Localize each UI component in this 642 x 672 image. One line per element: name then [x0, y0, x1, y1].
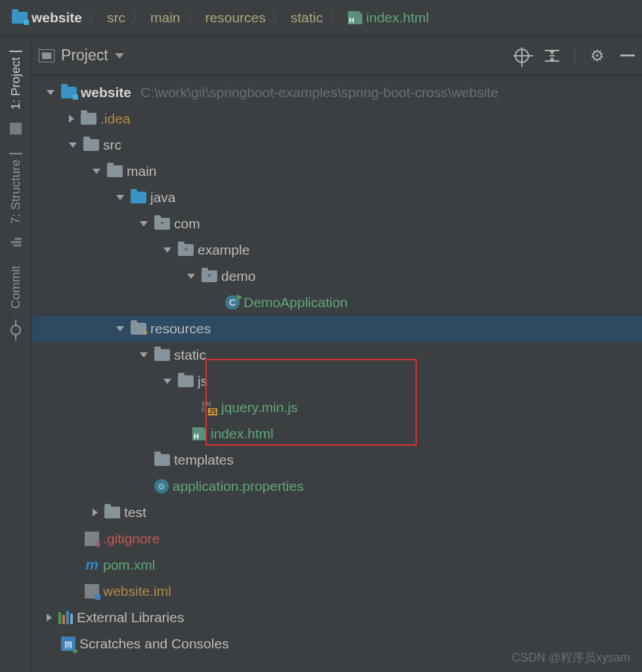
gitignore-file-icon	[85, 532, 99, 546]
breadcrumb-separator-icon: 〉	[184, 8, 202, 28]
expand-arrow-icon[interactable]	[163, 379, 171, 384]
tree-node-iml[interactable]: website.iml	[32, 578, 642, 604]
tool-window-sidebar: 1: Project 7: Structure Commit	[0, 36, 32, 672]
tree-node-jquery[interactable]: jquery.min.js	[32, 394, 642, 421]
collapse-all-icon[interactable]	[544, 48, 560, 64]
tree-node-resources[interactable]: resources	[32, 316, 642, 342]
breadcrumb-separator-icon: 〉	[270, 8, 287, 28]
package-icon	[154, 218, 170, 230]
breadcrumb-item[interactable]: website	[12, 10, 82, 26]
expand-arrow-icon[interactable]	[47, 614, 52, 621]
folder-icon	[81, 113, 96, 125]
folder-icon	[107, 165, 123, 177]
expand-arrow-icon[interactable]	[93, 509, 98, 516]
project-view-icon	[39, 49, 54, 62]
package-icon	[202, 270, 217, 282]
source-folder-icon	[131, 192, 146, 203]
folder-icon	[154, 454, 170, 466]
tree-node-app-props[interactable]: application.properties	[32, 473, 642, 499]
expand-arrow-icon[interactable]	[116, 326, 124, 331]
expand-arrow-icon[interactable]	[69, 115, 74, 123]
gear-icon[interactable]: ⚙	[589, 48, 605, 64]
tree-node-test[interactable]: test	[32, 499, 642, 526]
tree-node-static[interactable]: static	[32, 342, 642, 368]
maven-file-icon: m	[85, 558, 99, 572]
expand-arrow-icon[interactable]	[187, 274, 195, 279]
tree-node-idea[interactable]: .idea	[32, 106, 642, 132]
tree-node-demo-application[interactable]: C DemoApplication	[32, 289, 642, 316]
breadcrumb-item[interactable]: index.html	[348, 10, 429, 26]
watermark: CSDN @程序员xysam	[512, 650, 630, 665]
iml-file-icon	[85, 584, 99, 598]
breadcrumb-item[interactable]: src	[107, 10, 125, 26]
html-file-icon	[348, 11, 362, 24]
package-icon	[178, 244, 194, 256]
select-opened-file-icon[interactable]	[514, 48, 530, 64]
expand-arrow-icon[interactable]	[47, 90, 54, 95]
tree-node-index-html[interactable]: index.html	[32, 421, 642, 447]
sidebar-tab-structure[interactable]: 7: Structure	[9, 146, 23, 230]
sidebar-tab-commit[interactable]: Commit	[9, 259, 23, 315]
module-icon	[12, 12, 28, 24]
project-panel-title[interactable]: Project	[61, 47, 108, 64]
expand-arrow-icon[interactable]	[140, 221, 148, 226]
tree-node-js[interactable]: js	[32, 368, 642, 394]
expand-arrow-icon[interactable]	[69, 142, 77, 148]
chevron-down-icon[interactable]	[115, 53, 124, 58]
tree-node-templates[interactable]: templates	[32, 447, 642, 473]
tree-node-java[interactable]: java	[32, 184, 642, 211]
tree-node-com[interactable]: com	[32, 211, 642, 237]
minimize-icon[interactable]	[620, 48, 635, 64]
tree-node-demo[interactable]: demo	[32, 263, 642, 289]
tree-node-pom[interactable]: m pom.xml	[32, 552, 642, 578]
js-file-icon	[202, 401, 217, 414]
class-run-icon: C	[225, 295, 240, 310]
tree-node-main[interactable]: main	[32, 158, 642, 184]
breadcrumb-separator-icon: 〉	[327, 8, 344, 28]
scratches-icon: ▤	[61, 637, 75, 651]
breadcrumb-separator-icon: 〉	[86, 8, 103, 28]
commit-icon	[11, 325, 21, 335]
folder-icon	[154, 349, 170, 361]
external-libraries-icon	[58, 611, 73, 624]
expand-arrow-icon[interactable]	[140, 352, 148, 358]
folder-icon	[178, 375, 194, 387]
breadcrumb-separator-icon: 〉	[129, 8, 146, 28]
module-folder-icon	[61, 87, 77, 98]
properties-file-icon	[154, 479, 169, 494]
tree-node-example[interactable]: example	[32, 237, 642, 263]
tree-node-root[interactable]: website C:\work\git\springboot-examples\…	[32, 79, 642, 106]
expand-arrow-icon[interactable]	[116, 195, 124, 200]
folder-icon	[104, 507, 120, 518]
expand-arrow-icon[interactable]	[93, 169, 100, 174]
breadcrumb-item[interactable]: static	[291, 10, 323, 26]
breadcrumb-item[interactable]: resources	[205, 10, 266, 26]
sidebar-tab-project[interactable]: 1: Project	[9, 44, 23, 116]
folder-icon	[83, 139, 99, 151]
tree-node-external-libraries[interactable]: External Libraries	[32, 604, 642, 631]
html-file-icon	[192, 427, 207, 440]
project-panel-header: Project ⚙	[32, 36, 642, 75]
tree-node-src[interactable]: src	[32, 132, 642, 158]
resources-folder-icon	[131, 323, 146, 335]
expand-arrow-icon[interactable]	[163, 247, 171, 253]
breadcrumb-item[interactable]: main	[150, 10, 181, 26]
breadcrumb: website 〉 src 〉 main 〉 resources 〉 stati…	[0, 0, 642, 36]
project-icon	[10, 123, 22, 135]
project-tree[interactable]: website C:\work\git\springboot-examples\…	[32, 75, 642, 672]
divider	[574, 47, 575, 65]
structure-icon	[11, 238, 21, 247]
tree-node-gitignore[interactable]: .gitignore	[32, 526, 642, 552]
